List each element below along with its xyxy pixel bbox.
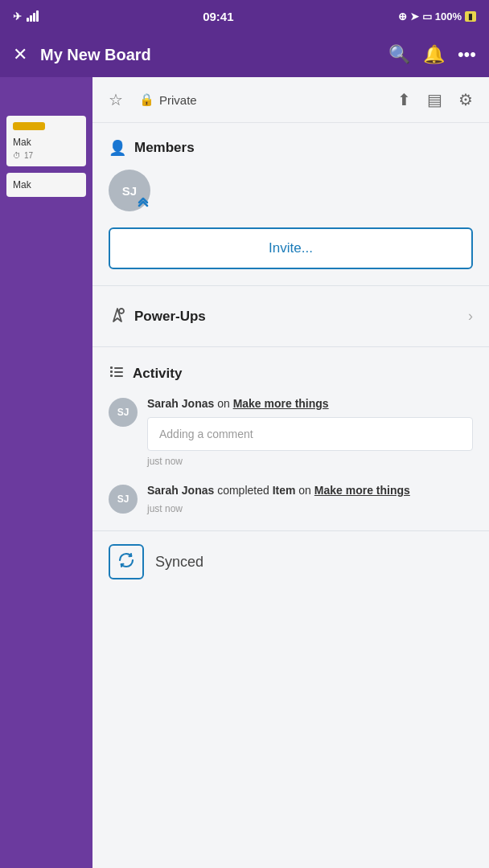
clock-icon: ⏱ bbox=[13, 151, 21, 160]
notifications-icon[interactable]: 🔔 bbox=[423, 44, 445, 65]
card-meta-1: ⏱ 17 bbox=[13, 151, 80, 160]
activity-time-2: just now bbox=[147, 503, 473, 514]
private-text: Private bbox=[159, 93, 197, 107]
activity-name-2: Sarah Jonas bbox=[147, 484, 214, 497]
powerups-chevron-icon: › bbox=[468, 308, 473, 325]
powerups-row[interactable]: Power-Ups › bbox=[92, 289, 489, 343]
activity-initials-1: SJ bbox=[117, 407, 129, 418]
members-section: 👤 Members SJ Invite... bbox=[92, 123, 489, 269]
activity-text-2: Sarah Jonas completed Item on Make more … bbox=[147, 483, 473, 499]
activity-content-1: Sarah Jonas on Make more things Adding a… bbox=[147, 396, 473, 467]
app-header: ✕ My New Board 🔍 🔔 ••• bbox=[0, 32, 489, 77]
members-label: Members bbox=[134, 140, 195, 156]
toolbar-right: ⬆ ▤ ⚙ bbox=[397, 90, 473, 109]
activity-time-1: just now bbox=[147, 456, 473, 467]
navigation-icon: ➤ bbox=[410, 10, 419, 23]
more-options-icon[interactable]: ••• bbox=[458, 44, 476, 65]
board-card-1: Mak ⏱ 17 bbox=[6, 116, 86, 166]
search-icon[interactable]: 🔍 bbox=[388, 44, 410, 65]
admin-badge-icon bbox=[135, 194, 151, 215]
svg-rect-4 bbox=[114, 367, 123, 369]
battery-label: 100% bbox=[435, 10, 462, 23]
sync-icon bbox=[117, 551, 136, 574]
status-bar: ✈ 09:41 ⊕ ➤ ▭ 100% ▮ bbox=[0, 0, 489, 32]
card-label-badge bbox=[13, 122, 45, 130]
status-time: 09:41 bbox=[203, 10, 233, 23]
activity-initials-2: SJ bbox=[117, 493, 129, 505]
battery-icon: ▮ bbox=[465, 11, 476, 22]
powerups-icon bbox=[109, 305, 126, 327]
activity-icon bbox=[109, 363, 125, 383]
svg-rect-6 bbox=[114, 375, 123, 377]
activity-name-1: Sarah Jonas bbox=[147, 397, 214, 410]
card-text-2: Mak bbox=[13, 179, 80, 190]
toolbar-left: ☆ 🔒 Private bbox=[109, 90, 197, 109]
divider-2 bbox=[92, 346, 489, 347]
settings-icon[interactable]: ⚙ bbox=[458, 90, 473, 109]
close-button[interactable]: ✕ bbox=[13, 44, 27, 65]
activity-text-1: Sarah Jonas on Make more things bbox=[147, 396, 473, 412]
activity-content-2: Sarah Jonas completed Item on Make more … bbox=[147, 483, 473, 515]
board-card-2: Mak bbox=[6, 173, 86, 197]
svg-point-0 bbox=[119, 309, 124, 313]
activity-item-2: SJ Sarah Jonas completed Item on Make mo… bbox=[109, 483, 473, 515]
svg-rect-1 bbox=[110, 366, 113, 369]
powerups-left: Power-Ups bbox=[109, 305, 206, 327]
card-time: 17 bbox=[24, 151, 33, 160]
activity-card-1[interactable]: Make more things bbox=[233, 397, 329, 410]
svg-rect-5 bbox=[114, 371, 123, 373]
activity-avatar-1: SJ bbox=[109, 398, 138, 427]
share-icon[interactable]: ⬆ bbox=[397, 90, 411, 109]
panel-toolbar: ☆ 🔒 Private ⬆ ▤ ⚙ bbox=[92, 77, 489, 123]
status-right: ⊕ ➤ ▭ 100% ▮ bbox=[398, 10, 476, 23]
card-text-1: Mak bbox=[13, 137, 80, 148]
synced-bar: Synced bbox=[92, 530, 489, 592]
board-background: Mak ⏱ 17 Mak bbox=[0, 77, 92, 868]
slide-panel: ☆ 🔒 Private ⬆ ▤ ⚙ 👤 Members SJ bbox=[92, 77, 489, 868]
activity-item-name: Item bbox=[273, 484, 296, 497]
activity-comment-box[interactable]: Adding a comment bbox=[147, 417, 473, 451]
activity-label: Activity bbox=[133, 366, 182, 382]
activity-avatar-2: SJ bbox=[109, 485, 138, 514]
members-title: 👤 Members bbox=[109, 139, 473, 157]
location-icon: ⊕ bbox=[398, 10, 407, 23]
svg-rect-3 bbox=[110, 375, 113, 377]
screen-icon: ▭ bbox=[422, 10, 432, 23]
synced-label: Synced bbox=[155, 554, 203, 571]
comment-placeholder: Adding a comment bbox=[159, 428, 253, 440]
private-label: 🔒 Private bbox=[139, 92, 197, 107]
activity-title: Activity bbox=[109, 363, 473, 383]
signal-icon bbox=[27, 10, 39, 22]
member-avatar[interactable]: SJ bbox=[109, 170, 150, 211]
svg-rect-2 bbox=[110, 371, 113, 373]
activity-section: Activity SJ Sarah Jonas on Make more thi… bbox=[92, 350, 489, 514]
activity-item-1: SJ Sarah Jonas on Make more things Addin… bbox=[109, 396, 473, 467]
lock-icon: 🔒 bbox=[139, 92, 154, 107]
star-icon[interactable]: ☆ bbox=[109, 90, 123, 109]
person-icon: 👤 bbox=[109, 139, 126, 157]
members-row: SJ bbox=[109, 170, 473, 211]
activity-card-2[interactable]: Make more things bbox=[314, 484, 410, 497]
avatar-badge bbox=[134, 195, 152, 213]
invite-button[interactable]: Invite... bbox=[109, 227, 473, 269]
status-left: ✈ bbox=[13, 10, 39, 23]
divider-1 bbox=[92, 285, 489, 286]
filter-icon[interactable]: ▤ bbox=[427, 90, 442, 109]
board-title: My New Board bbox=[40, 46, 376, 64]
sync-icon-box[interactable] bbox=[109, 544, 144, 579]
plane-icon: ✈ bbox=[13, 10, 22, 23]
powerups-label: Power-Ups bbox=[134, 309, 206, 325]
